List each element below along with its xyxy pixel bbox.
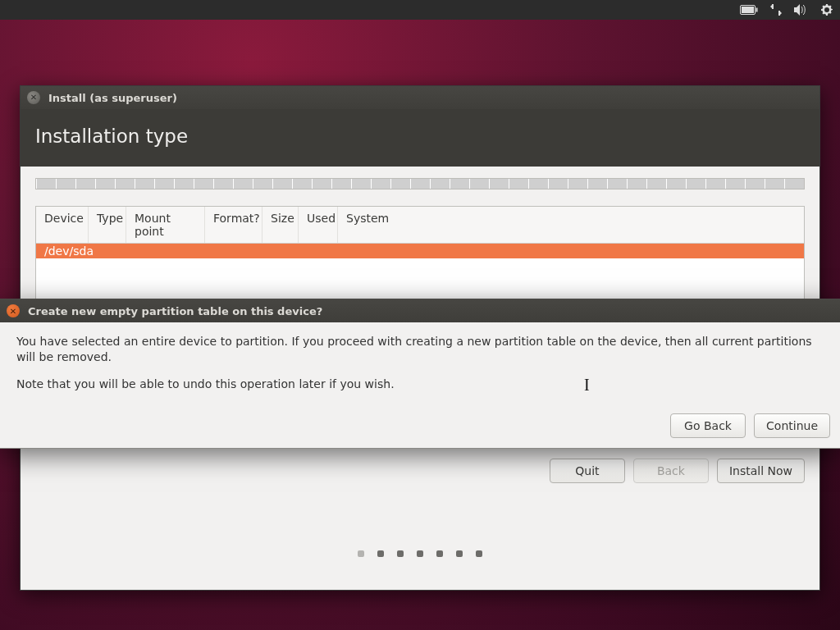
volume-icon[interactable] (794, 4, 809, 16)
close-icon[interactable]: ✕ (7, 304, 20, 317)
col-mount[interactable]: Mount point (126, 207, 205, 243)
table-row[interactable]: /dev/sda (36, 244, 804, 258)
top-menubar (0, 0, 840, 20)
close-icon[interactable]: ✕ (27, 91, 40, 104)
dialog-title: Create new empty partition table on this… (28, 305, 322, 317)
table-header: Device Type Mount point Format? Size Use… (36, 207, 804, 244)
window-titlebar[interactable]: ✕ Install (as superuser) (21, 86, 819, 109)
pager-dot (358, 550, 364, 557)
go-back-button[interactable]: Go Back (670, 413, 746, 438)
col-device[interactable]: Device (36, 207, 89, 243)
dialog-text-2: Note that you will be able to undo this … (16, 377, 824, 392)
network-icon[interactable] (769, 3, 783, 16)
pager-dot (397, 550, 404, 557)
install-now-button[interactable]: Install Now (717, 459, 805, 483)
col-format[interactable]: Format? (205, 207, 262, 243)
dialog-titlebar[interactable]: ✕ Create new empty partition table on th… (0, 299, 840, 322)
svg-rect-2 (756, 8, 758, 12)
pager-dot (417, 550, 423, 557)
col-size[interactable]: Size (262, 207, 299, 243)
col-used[interactable]: Used (299, 207, 338, 243)
pager-dot (436, 550, 443, 557)
continue-button[interactable]: Continue (754, 413, 830, 438)
step-pager (358, 550, 482, 557)
heading-area: Installation type (21, 109, 819, 167)
dialog-actions: Go Back Continue (0, 413, 840, 448)
svg-rect-1 (742, 7, 754, 13)
disk-usage-bar (35, 178, 805, 189)
page-heading: Installation type (35, 126, 805, 147)
text-cursor-icon: I (584, 376, 590, 395)
pager-dot (377, 550, 384, 557)
col-type[interactable]: Type (89, 207, 126, 243)
wizard-button-row: Quit Back Install Now (35, 459, 805, 483)
dialog-text-1: You have selected an entire device to pa… (16, 334, 824, 365)
pager-dot (456, 550, 463, 557)
col-system[interactable]: System (338, 207, 804, 243)
dialog-body: You have selected an entire device to pa… (0, 322, 840, 413)
quit-button[interactable]: Quit (550, 459, 625, 483)
svg-rect-3 (772, 4, 774, 9)
back-button: Back (633, 459, 709, 483)
battery-icon[interactable] (740, 5, 758, 15)
pager-dot (476, 550, 482, 557)
window-title: Install (as superuser) (48, 92, 177, 104)
svg-rect-4 (778, 11, 780, 16)
confirm-dialog: ✕ Create new empty partition table on th… (0, 299, 840, 449)
gear-icon[interactable] (820, 3, 833, 16)
